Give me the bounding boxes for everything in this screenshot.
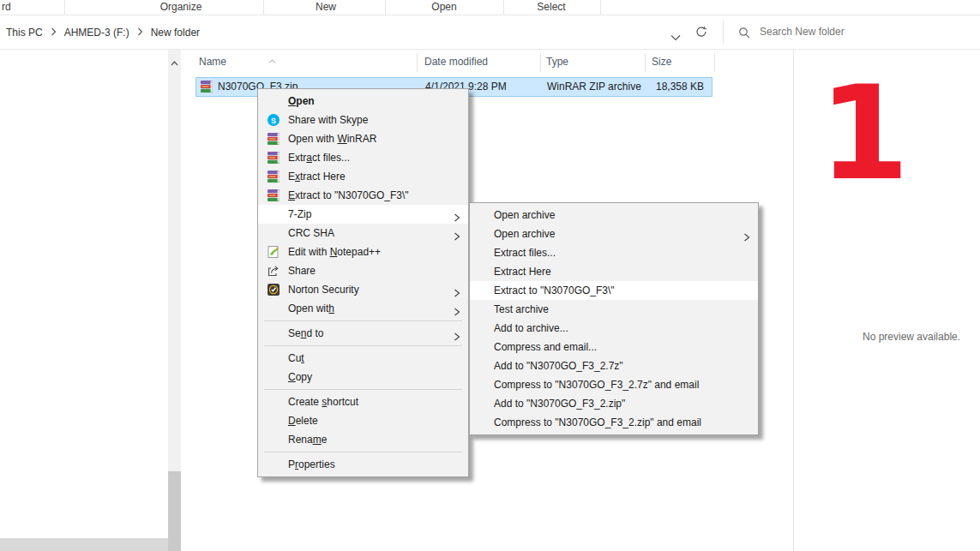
- menu-item-test-archive[interactable]: Test archive: [470, 300, 758, 319]
- menu-item-extract-to[interactable]: Extract to "N3070GO_F3\": [258, 186, 468, 205]
- address-bar: This PC AHMED-3 (F:) New folder: [0, 15, 980, 50]
- menu-item-open-with[interactable]: Open with: [258, 299, 468, 318]
- ribbon-group-select: Select: [537, 1, 565, 13]
- winrar-icon: [267, 151, 280, 165]
- menu-item-label: Rename: [288, 434, 327, 446]
- menu-item-rename[interactable]: Rename: [258, 430, 468, 449]
- ribbon-separator: [385, 0, 386, 15]
- menu-item-label: Extract files...: [288, 152, 350, 164]
- menu-item-add-to-7z[interactable]: Add to "N3070GO_F3_2.7z": [470, 356, 758, 375]
- menu-item-extract-here[interactable]: Extract Here: [470, 262, 758, 281]
- menu-item-7-zip[interactable]: 7-Zip: [258, 205, 468, 224]
- menu-item-send-to[interactable]: Send to: [258, 324, 468, 343]
- menu-item-share[interactable]: Share: [258, 261, 468, 280]
- menu-item-label: Extract to "N3070GO_F3\": [288, 189, 409, 201]
- column-separator[interactable]: [540, 53, 541, 72]
- menu-item-create-shortcut[interactable]: Create shortcut: [258, 392, 468, 411]
- menu-item-open[interactable]: Open: [258, 92, 468, 111]
- ribbon-group-new: New: [316, 1, 336, 13]
- menu-item-extract-files[interactable]: Extract files...: [470, 243, 758, 262]
- horizontal-scrollbar[interactable]: [0, 538, 168, 551]
- menu-item-label: Add to "N3070GO_F3_2.7z": [494, 360, 623, 372]
- menu-item-label: Add to archive...: [494, 322, 568, 334]
- scrollbar-thumb[interactable]: [168, 471, 181, 551]
- menu-item-crc-sha[interactable]: CRC SHA: [258, 224, 468, 243]
- search-input[interactable]: [724, 15, 980, 48]
- breadcrumb-chevron-icon: [137, 27, 143, 39]
- menu-item-label: Send to: [288, 327, 323, 339]
- svg-text:S: S: [271, 117, 276, 125]
- column-separator[interactable]: [417, 53, 418, 72]
- menu-item-label: Add to "N3070GO_F3_2.zip": [494, 398, 625, 410]
- menu-item-properties[interactable]: Properties: [258, 455, 468, 474]
- menu-item-label: Open archive: [494, 228, 555, 240]
- submenu-arrow-icon: [454, 304, 460, 320]
- refresh-button[interactable]: [695, 26, 707, 41]
- menu-item-add-to-archive[interactable]: Add to archive...: [470, 319, 758, 338]
- menu-item-extract-to[interactable]: Extract to "N3070GO_F3\": [470, 281, 758, 300]
- breadcrumb-chevron-icon: [51, 27, 57, 39]
- menu-item-norton-security[interactable]: Norton Security: [258, 280, 468, 299]
- submenu-arrow-icon: [454, 329, 460, 344]
- menu-item-label: Delete: [288, 415, 318, 427]
- menu-item-label: CRC SHA: [288, 227, 334, 239]
- menu-item-compress-to-zip-and-email[interactable]: Compress to "N3070GO_F3_2.zip" and email: [470, 413, 758, 432]
- menu-item-copy[interactable]: Copy: [258, 368, 468, 386]
- column-header-size[interactable]: Size: [652, 56, 671, 68]
- menu-item-label: Copy: [288, 371, 312, 383]
- menu-item-open-archive[interactable]: Open archive: [470, 206, 758, 225]
- skype-icon: S: [267, 113, 280, 127]
- menu-item-extract-here[interactable]: Extract Here: [258, 167, 468, 186]
- menu-item-edit-with-notepad[interactable]: Edit with Notepad++: [258, 243, 468, 261]
- menu-item-label: Create shortcut: [288, 396, 358, 408]
- ribbon-separator: [600, 0, 601, 15]
- menu-item-label: Share: [288, 265, 316, 277]
- breadcrumb-this-pc[interactable]: This PC: [6, 27, 43, 39]
- column-separator[interactable]: [714, 53, 715, 72]
- menu-item-label: Extract Here: [494, 266, 551, 278]
- menu-separator: [264, 345, 462, 346]
- winrar-icon: [267, 170, 280, 183]
- menu-item-delete[interactable]: Delete: [258, 411, 468, 430]
- sort-ascending-icon: [268, 51, 276, 67]
- breadcrumb-drive[interactable]: AHMED-3 (F:): [64, 27, 129, 39]
- menu-item-label: Share with Skype: [288, 114, 368, 126]
- menu-item-label: Compress to "N3070GO_F3_2.zip" and email: [494, 416, 701, 428]
- column-separator[interactable]: [645, 53, 646, 72]
- column-header-name[interactable]: Name: [199, 56, 226, 68]
- column-header-type[interactable]: Type: [546, 56, 568, 68]
- menu-item-label: Test archive: [494, 303, 549, 315]
- ribbon-separator: [503, 0, 504, 15]
- ribbon-separator: [263, 0, 264, 15]
- scrollbar-up-arrow-icon[interactable]: [171, 54, 178, 69]
- menu-item-label: Cut: [288, 352, 304, 364]
- menu-item-open-archive-with[interactable]: Open archive: [470, 225, 758, 243]
- file-size: 18,358 KB: [656, 81, 704, 93]
- winrar-icon: [267, 189, 280, 202]
- notepadpp-icon: [267, 245, 280, 259]
- menu-item-compress-and-email[interactable]: Compress and email...: [470, 338, 758, 356]
- menu-separator: [264, 320, 462, 321]
- navigation-pane: [0, 50, 168, 551]
- menu-item-open-with-winrar[interactable]: Open with WinRAR: [258, 129, 468, 148]
- norton-icon: [267, 283, 280, 296]
- menu-item-label: 7-Zip: [288, 208, 311, 220]
- menu-item-cut[interactable]: Cut: [258, 349, 468, 368]
- menu-item-compress-to-7z-and-email[interactable]: Compress to "N3070GO_F3_2.7z" and email: [470, 375, 758, 394]
- menu-item-share-with-skype[interactable]: SShare with Skype: [258, 111, 468, 129]
- ribbon-group-clipboard: rd: [2, 1, 11, 13]
- address-dropdown-button[interactable]: [670, 29, 681, 45]
- breadcrumb-current-folder[interactable]: New folder: [151, 27, 200, 39]
- menu-item-label: Extract files...: [494, 247, 556, 259]
- share-icon: [267, 264, 280, 278]
- winrar-zip-icon: [200, 80, 213, 93]
- menu-item-add-to-zip[interactable]: Add to "N3070GO_F3_2.zip": [470, 394, 758, 413]
- menu-separator: [264, 389, 462, 390]
- annotation-number: 1: [819, 69, 910, 199]
- menu-item-extract-files[interactable]: Extract files...: [258, 148, 468, 167]
- ribbon-group-organize: Organize: [160, 1, 202, 13]
- file-explorer-window: rd Organize New Open Select This PC AHME…: [0, 0, 980, 551]
- vertical-scrollbar[interactable]: [168, 50, 181, 551]
- column-header-date-modified[interactable]: Date modified: [424, 56, 488, 68]
- menu-item-label: Norton Security: [288, 284, 359, 296]
